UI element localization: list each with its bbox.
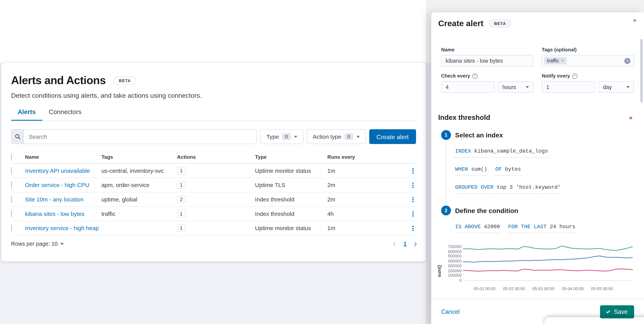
step-title: Define the condition — [455, 207, 634, 215]
alert-tags: traffic — [102, 211, 177, 217]
x-axis-tick-label: 05-02 00:00 — [500, 287, 528, 291]
filter-action-type[interactable]: Action type 0 — [306, 129, 366, 144]
create-alert-flyout: × Create alert BETA Name Tags (optional)… — [431, 12, 644, 324]
beta-badge: BETA — [489, 20, 511, 27]
check-every-value-input[interactable] — [441, 81, 494, 93]
cancel-button[interactable]: Cancel — [441, 309, 460, 315]
remove-alert-type-icon[interactable]: × — [629, 115, 632, 121]
expression-button[interactable]: IS ABOVE 42000 — [455, 222, 500, 233]
chevron-right-icon — [412, 242, 416, 246]
info-icon: ? — [472, 73, 478, 79]
alert-name-link[interactable]: Inventory service - high heap — [25, 225, 99, 232]
row-checkbox[interactable] — [11, 196, 12, 203]
x-axis-tick-label: 05-01 00:00 — [470, 287, 499, 291]
alert-name-input[interactable] — [441, 55, 534, 66]
tag-label: traffic — [547, 58, 559, 64]
expression-button[interactable]: FOR THE LAST 24 hours — [508, 222, 576, 233]
chart-series-line — [463, 246, 633, 250]
expression-button[interactable]: WHEN sum() — [455, 165, 487, 175]
alert-name-link[interactable]: Order service - high CPU — [25, 182, 89, 188]
check-every-unit-value: hours — [502, 84, 516, 90]
x-axis-tick-label: 05-05 00:00 — [588, 287, 616, 291]
save-button[interactable]: Save — [600, 305, 634, 318]
flyout-scrollbar[interactable] — [640, 39, 643, 103]
tabs-divider — [11, 121, 416, 121]
alert-type: Uptime TLS — [255, 182, 327, 188]
runs-every: 4h — [328, 211, 404, 217]
chevron-down-icon — [60, 243, 64, 245]
info-icon: ? — [572, 73, 577, 79]
page-subtitle: Detect conditions using alerts, and take… — [11, 92, 416, 99]
tag-pill: traffic × — [544, 57, 567, 64]
table-row: Site 10m - any location uptime, global 2… — [11, 192, 416, 207]
select-all-checkbox[interactable] — [11, 154, 12, 160]
alert-type: Index threshold — [255, 211, 327, 217]
pagination-page-1[interactable]: 1 — [404, 241, 406, 247]
clear-tags-icon[interactable]: × — [624, 58, 630, 64]
filter-type-count: 0 — [282, 133, 290, 140]
step-1: 1Select an indexINDEX kibana_sample_data… — [441, 131, 634, 194]
alerts-and-actions-panel: Alerts and Actions BETA Detect condition… — [1, 63, 426, 261]
alert-name-link[interactable]: kibana sites - low bytes — [25, 211, 84, 217]
row-actions-menu-icon[interactable] — [412, 197, 414, 202]
expression-button[interactable]: GROUPED OVER top 3 'host.keyword' — [455, 183, 561, 194]
pagination-prev-button[interactable] — [394, 241, 397, 247]
table-row: Inventory service - high heap 1 Uptime m… — [11, 221, 416, 236]
row-checkbox[interactable] — [11, 225, 12, 232]
pagination-next-button[interactable] — [413, 241, 416, 247]
table-row: kibana sites - low bytes traffic 1 Index… — [11, 207, 416, 221]
step-number-badge: 2 — [441, 206, 451, 215]
notify-every-unit-value: day — [603, 84, 612, 90]
y-axis-tick-label: 700000 — [439, 244, 462, 249]
page-title: Alerts and Actions — [11, 74, 106, 87]
flyout-title: Create alert — [438, 19, 484, 28]
close-flyout-icon[interactable]: × — [633, 17, 637, 23]
step-2: 2Define the conditionIS ABOVE 42000FOR T… — [441, 207, 634, 233]
beta-badge: BETA — [114, 77, 136, 85]
alert-tags: apm, order-service — [102, 182, 177, 188]
step-number-badge: 1 — [441, 130, 451, 140]
row-actions-menu-icon[interactable] — [412, 182, 414, 188]
alerts-table: Name Tags Actions Type Runs every Invent… — [11, 151, 416, 236]
name-label: Name — [441, 47, 534, 52]
actions-count-badge: 1 — [177, 167, 186, 174]
notify-every-unit-select[interactable]: day — [598, 81, 634, 93]
create-alert-button[interactable]: Create alert — [369, 129, 416, 144]
alert-name-link[interactable]: Site 10m - any location — [25, 196, 84, 203]
chevron-left-icon — [394, 242, 398, 246]
search-input[interactable] — [24, 130, 256, 144]
expression-button[interactable]: INDEX kibana_sample_data_logs — [455, 147, 548, 157]
tags-combobox[interactable]: traffic × × — [542, 55, 634, 66]
row-checkbox[interactable] — [11, 181, 12, 189]
step-title: Select an index — [455, 131, 634, 139]
notify-every-label: Notify every — [542, 73, 570, 79]
search-field — [11, 129, 257, 144]
tab-connectors[interactable]: Connectors — [42, 108, 88, 121]
chevron-down-icon — [526, 86, 529, 88]
row-actions-menu-icon[interactable] — [412, 226, 414, 231]
chart-x-axis-line — [463, 280, 633, 281]
notify-every-value-input[interactable] — [542, 81, 595, 93]
chart-series-line — [463, 256, 633, 262]
filter-type-label: Type — [266, 133, 279, 140]
alert-type-steps: 1Select an indexINDEX kibana_sample_data… — [441, 131, 634, 233]
column-header-tags: Tags — [102, 154, 177, 160]
rows-per-page-label: Rows per page: 10 — [11, 241, 58, 247]
column-header-type: Type — [255, 154, 327, 160]
expression-button[interactable]: OF bytes — [495, 165, 521, 175]
x-axis-tick-label: 05-04 00:00 — [558, 287, 587, 291]
row-checkbox[interactable] — [11, 167, 12, 174]
save-button-label: Save — [614, 309, 628, 315]
row-checkbox[interactable] — [11, 210, 12, 217]
check-every-unit-select[interactable]: hours — [498, 81, 534, 93]
runs-every: 1m — [328, 225, 404, 232]
filter-type[interactable]: Type 0 — [260, 129, 303, 144]
alert-type: Index threshold — [255, 196, 327, 203]
rows-per-page-selector[interactable]: Rows per page: 10 — [11, 241, 64, 247]
row-actions-menu-icon[interactable] — [412, 168, 414, 173]
tags-label: Tags (optional) — [542, 47, 634, 52]
alert-name-link[interactable]: Inventory API unavailable — [25, 167, 90, 174]
tab-alerts[interactable]: Alerts — [11, 108, 42, 121]
remove-tag-icon[interactable]: × — [562, 59, 564, 63]
row-actions-menu-icon[interactable] — [412, 211, 414, 216]
